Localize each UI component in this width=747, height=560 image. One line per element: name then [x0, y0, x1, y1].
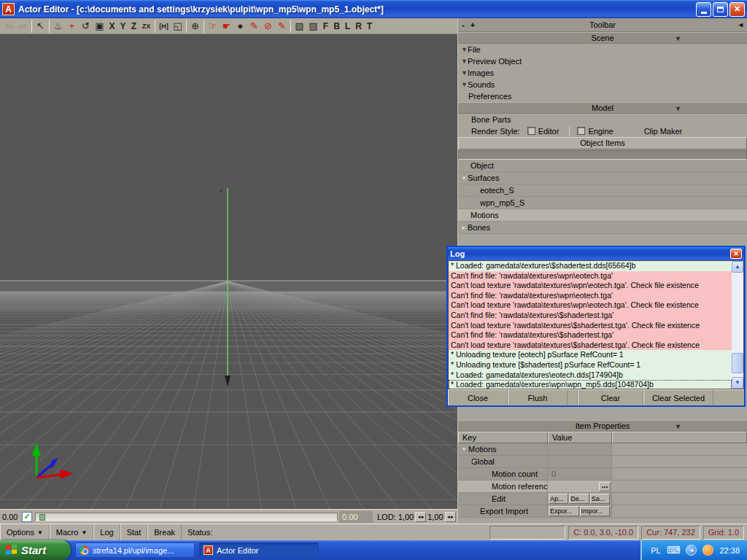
keyboard-icon[interactable]: ⌨	[667, 545, 681, 556]
brush-2-icon[interactable]: ✎	[275, 19, 289, 34]
log-line[interactable]: Can't load texture 'rawdata\textures\wpn…	[449, 300, 732, 311]
property-row-motion-reference[interactable]: Motion reference ...	[458, 481, 747, 493]
clip-maker-button[interactable]: Clip Maker	[644, 127, 683, 136]
export-button[interactable]: Expor...	[549, 506, 579, 516]
log-line[interactable]: Can't find file: 'rawdata\textures\wpn\e…	[449, 271, 732, 281]
view-front-button[interactable]: F	[320, 19, 331, 34]
scroll-up-icon[interactable]: ▲	[732, 261, 743, 273]
hide-icons-chevron[interactable]: ◄	[686, 545, 697, 556]
log-close-icon[interactable]: ✕	[730, 249, 742, 259]
log-line[interactable]: Can't find file: 'rawdata\textures\$shad…	[449, 311, 732, 321]
property-row-motion-count[interactable]: Motion count 0	[458, 468, 747, 481]
log-line[interactable]: Can't load texture 'rawdata\textures\$sh…	[449, 341, 732, 351]
lod-spinner-1[interactable]: ◄►	[415, 512, 426, 522]
cube-edit-1-icon[interactable]: ▧	[293, 19, 306, 34]
append-button[interactable]: Ap...	[549, 494, 568, 504]
restore-button[interactable]	[713, 2, 728, 17]
property-row-edit[interactable]: Edit Ap... De... Sa...	[458, 493, 747, 505]
start-button[interactable]: Start	[0, 540, 71, 560]
timeline-slider[interactable]	[35, 513, 338, 521]
tree-item-eotech-s[interactable]: eotech_S	[458, 184, 747, 197]
object-items-filter-field[interactable]	[458, 150, 747, 160]
language-indicator[interactable]: PL	[651, 546, 660, 555]
view-back-button[interactable]: B	[331, 19, 342, 34]
motion-reference-value[interactable]: ...	[548, 481, 612, 492]
model-section-header[interactable]: Model ▼	[458, 102, 747, 114]
item-properties-header[interactable]: Item Properties ▼	[458, 420, 747, 432]
tree-open-icon[interactable]: ▼	[458, 446, 467, 453]
close-button[interactable]: ✕	[729, 2, 745, 17]
log-clear-button[interactable]: Clear	[578, 390, 643, 405]
log-line[interactable]: Can't load texture 'rawdata\textures\wpn…	[449, 281, 732, 291]
timeline-slider-thumb[interactable]	[39, 514, 45, 521]
tree-item-bones[interactable]: ► Bones	[458, 222, 747, 234]
brush-off-icon[interactable]: ⊘	[261, 19, 275, 34]
scene-section-header[interactable]: Scene ▼	[458, 32, 747, 44]
log-line[interactable]: * Loaded: gamedata\textures\$shadertest.…	[449, 261, 732, 271]
axis-x-button[interactable]: X	[107, 19, 117, 34]
model-dropdown-icon[interactable]: ▼	[675, 104, 681, 114]
axis-z-button[interactable]: Z	[128, 19, 139, 34]
import-button[interactable]: Impor...	[580, 506, 611, 516]
tree-item-motions[interactable]: Motions	[458, 209, 747, 222]
log-line[interactable]: * Unloading texture [eotech] pSurface Re…	[449, 350, 732, 360]
tray-app-icon[interactable]	[703, 545, 713, 556]
macro-button[interactable]: Macro ▼	[50, 524, 93, 540]
mirror-icon[interactable]: [H]	[157, 19, 171, 34]
scene-item-preview-object[interactable]: ▼ Preview Object	[458, 55, 747, 67]
scene-item-images[interactable]: ▼ Images	[458, 67, 747, 79]
break-button[interactable]: Break	[147, 524, 182, 540]
tree-item-wpn-mp5-s[interactable]: wpn_mp5_S	[458, 197, 747, 209]
brush-icon[interactable]: ✎	[247, 19, 261, 34]
axis-zx-button[interactable]: ZX	[139, 19, 153, 34]
back-arrow-icon[interactable]: ⇦	[2, 19, 16, 34]
scene-item-sounds[interactable]: ▼ Sounds	[458, 79, 747, 90]
tree-closed-icon[interactable]: ►	[458, 225, 468, 231]
anim-checkbox[interactable]: ✓	[22, 512, 32, 522]
scene-dropdown-icon[interactable]: ▼	[675, 34, 681, 44]
log-line[interactable]: * Loaded: gamedata\textures\eotech.dds[1…	[449, 370, 732, 381]
surface-paint-icon[interactable]: ☞	[206, 19, 220, 34]
dock-arrow-icon[interactable]: ◄	[738, 21, 744, 28]
property-row-export-import[interactable]: Export Import Expor... Impor...	[458, 505, 747, 518]
view-left-button[interactable]: L	[342, 19, 353, 34]
delete-button[interactable]: De...	[569, 494, 589, 504]
cube-edit-2-icon[interactable]: ▨	[306, 19, 320, 34]
axis-y-button[interactable]: Y	[117, 19, 128, 34]
bounding-box-icon[interactable]: ▣	[93, 19, 107, 34]
stat-button[interactable]: Stat	[120, 524, 148, 540]
log-close-button[interactable]: Close	[448, 390, 508, 405]
taskbar-item-browser[interactable]: strefa14.pl/upl/image...	[75, 542, 195, 558]
view-right-button[interactable]: R	[353, 19, 364, 34]
minimize-button[interactable]	[696, 2, 711, 17]
log-button[interactable]: Log	[93, 524, 120, 540]
log-line[interactable]: Can't find file: 'rawdata\textures\$shad…	[449, 330, 732, 341]
scroll-down-icon[interactable]: ▼	[732, 377, 743, 389]
tree-open-icon[interactable]: ▼	[458, 175, 468, 182]
bone-parts-item[interactable]: Bone Parts	[458, 114, 747, 125]
sphere-tool-icon[interactable]: ●	[233, 19, 247, 34]
view-top-button[interactable]: T	[364, 19, 375, 34]
engine-checkbox[interactable]	[577, 127, 585, 135]
log-clear-selected-button[interactable]: Clear Selected	[643, 390, 713, 405]
forward-arrow-icon[interactable]: ⇨	[16, 19, 30, 34]
log-line[interactable]: Can't load texture 'rawdata\textures\$sh…	[449, 321, 732, 331]
browse-button[interactable]: ...	[599, 482, 611, 491]
log-scrollbar[interactable]: ▲ ▼	[732, 261, 743, 389]
undo-icon[interactable]: ↺	[79, 19, 93, 34]
log-line[interactable]: * Unloading texture [$shadertest] pSurfa…	[449, 360, 732, 370]
pivot-icon[interactable]: ⊕	[188, 19, 202, 34]
options-button[interactable]: Options ▼	[0, 524, 50, 540]
save-button[interactable]: Sa...	[590, 494, 610, 504]
scene-item-file[interactable]: ▼ File	[458, 44, 747, 55]
move-axis-icon[interactable]: +	[65, 19, 79, 34]
column-value[interactable]: Value	[548, 432, 612, 443]
preview-object-icon[interactable]: ♨	[51, 19, 65, 34]
scroll-thumb[interactable]	[732, 353, 743, 373]
log-line[interactable]: Can't find file: 'rawdata\textures\wpn\e…	[449, 291, 732, 301]
lod-spinner-2[interactable]: ◄►	[445, 512, 456, 522]
log-title-bar[interactable]: Log ✕	[448, 247, 744, 260]
editor-checkbox[interactable]	[527, 127, 535, 135]
property-row-motions[interactable]: ▼ Motions	[458, 443, 747, 456]
property-row-global[interactable]: ▼ Global	[458, 456, 747, 468]
